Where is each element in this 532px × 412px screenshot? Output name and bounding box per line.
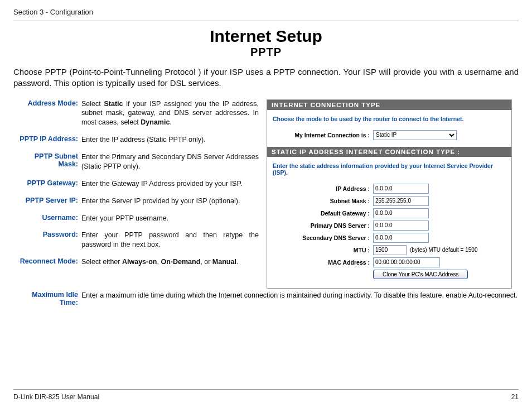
input-mtu[interactable] bbox=[373, 245, 407, 255]
page-footer: D-Link DIR-825 User Manual 21 bbox=[13, 389, 519, 401]
footer-page-number: 21 bbox=[511, 393, 519, 401]
def-label-gateway: PPTP Gateway: bbox=[13, 179, 81, 189]
def-label-address-mode: Address Mode: bbox=[13, 99, 81, 128]
section-header: Section 3 - Configuration bbox=[13, 8, 519, 21]
text: Select bbox=[81, 100, 104, 108]
def-label-reconnect: Reconnect Mode: bbox=[13, 257, 81, 267]
def-desc-address-mode: Select Static if your ISP assigned you t… bbox=[81, 99, 259, 128]
def-desc-gateway: Enter the Gateway IP Address provided by… bbox=[81, 179, 259, 189]
page-subtitle: PPTP bbox=[13, 46, 519, 59]
input-ip-address[interactable] bbox=[373, 184, 429, 194]
label-secondary-dns: Secondary DNS Server : bbox=[273, 234, 373, 241]
def-label-ip: PPTP IP Address: bbox=[13, 135, 81, 145]
panel-text-1: Choose the mode to be used by the router… bbox=[267, 110, 511, 129]
def-label-username: Username: bbox=[13, 214, 81, 223]
label-primary-dns: Primary DNS Server : bbox=[273, 222, 373, 229]
panel-header-static-ip: STATIC IP ADDRESS INTERNET CONNECTION TY… bbox=[267, 147, 511, 157]
input-mac-address[interactable] bbox=[373, 257, 440, 267]
panel-text-2: Enter the static address information pro… bbox=[267, 157, 511, 183]
def-desc-idle: Enter a maximum idle time during which t… bbox=[81, 291, 519, 306]
def-label-password: Password: bbox=[13, 231, 81, 250]
def-label-idle: Maximum Idle Time: bbox=[13, 291, 81, 306]
input-primary-dns[interactable] bbox=[373, 221, 429, 231]
note-mtu: (bytes) MTU default = 1500 bbox=[410, 247, 477, 253]
text: . bbox=[236, 258, 238, 266]
bold-static: Static bbox=[104, 100, 123, 108]
def-desc-subnet: Enter the Primary and Secondary DNS Serv… bbox=[81, 152, 259, 171]
def-desc-password: Enter your PPTP password and then retype… bbox=[81, 231, 259, 250]
config-panel: INTERNET CONNECTION TYPE Choose the mode… bbox=[267, 99, 512, 289]
bold-dynamic: Dynamic bbox=[141, 118, 170, 126]
panel-header-internet-type: INTERNET CONNECTION TYPE bbox=[267, 100, 511, 110]
bold-always-on: Always-on bbox=[122, 258, 157, 266]
def-desc-server: Enter the Server IP provided by your ISP… bbox=[81, 197, 259, 206]
rule-top bbox=[13, 21, 519, 21]
def-desc-reconnect: Select either Always-on, On-Demand, or M… bbox=[81, 257, 259, 267]
definitions-column: Address Mode: Select Static if your ISP … bbox=[13, 99, 259, 275]
label-default-gateway: Default Gateway : bbox=[273, 210, 373, 217]
text: , or bbox=[200, 258, 212, 266]
clone-mac-button[interactable]: Clone Your PC's MAC Address bbox=[373, 270, 468, 279]
select-internet-connection[interactable]: Static IP bbox=[373, 130, 457, 140]
def-label-subnet: PPTP Subnet Mask: bbox=[13, 152, 81, 171]
text: . bbox=[170, 118, 171, 126]
footer-left: D-Link DIR-825 User Manual bbox=[13, 393, 99, 401]
page-title: Internet Setup bbox=[13, 27, 519, 46]
def-label-server: PPTP Server IP: bbox=[13, 197, 81, 206]
text: Select either bbox=[81, 258, 122, 266]
def-desc-ip: Enter the IP address (Static PPTP only). bbox=[81, 135, 259, 145]
bold-manual: Manual bbox=[212, 258, 236, 266]
input-secondary-dns[interactable] bbox=[373, 233, 429, 243]
input-default-gateway[interactable] bbox=[373, 208, 429, 218]
label-mac-address: MAC Address : bbox=[273, 259, 373, 266]
label-ip-address: IP Address : bbox=[273, 185, 373, 192]
label-mtu: MTU : bbox=[273, 247, 373, 253]
def-desc-username: Enter your PPTP username. bbox=[81, 214, 259, 223]
input-subnet-mask[interactable] bbox=[373, 196, 429, 206]
intro-text: Choose PPTP (Point-to-Point-Tunneling Pr… bbox=[13, 66, 519, 89]
label-internet-connection: My Internet Connection is : bbox=[273, 132, 373, 138]
label-subnet-mask: Subnet Mask : bbox=[273, 198, 373, 204]
bold-on-demand: On-Demand bbox=[161, 258, 200, 266]
